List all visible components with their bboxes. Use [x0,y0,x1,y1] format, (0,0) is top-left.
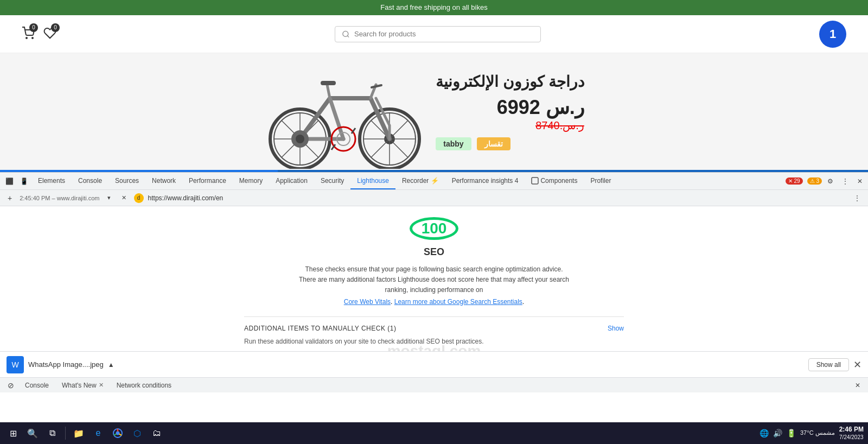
tab-security[interactable]: Security [314,173,350,189]
product-area: دراجة كوزون الإلكترونية ر.س 6992 ر.س.874… [0,53,868,170]
console-bar-toggle[interactable]: ⊘ [4,379,17,392]
svg-point-1 [32,37,33,39]
bike-image [251,55,436,169]
tab-console[interactable]: Console [72,173,108,189]
devtools-more2-btn[interactable]: ⋮ [851,192,864,204]
error-badge: ✕ 29 [786,177,803,185]
product-price-old-row: ر.س.8740 [436,119,584,132]
tab-application[interactable]: Application [269,173,314,189]
download-chevron[interactable]: ▲ [108,361,114,369]
taskbar: ⊞ 🔍 ⧉ 📁 e ⬡ 🗂 🌐 🔊 🔋 37°C مشمس 2:46 PM 7/… [0,422,868,444]
svg-line-3 [347,35,349,37]
svg-line-33 [114,434,116,436]
taksit-badge: تقسار [477,137,510,150]
devtools-more-btn[interactable]: ⋮ [839,175,852,187]
network-conditions-tab[interactable]: Network conditions [111,380,177,390]
taskbar-date: 7/24/2023 [839,434,864,441]
close-download-button[interactable]: ✕ [853,359,861,371]
search-input[interactable] [354,30,534,38]
search-taskbar-btn[interactable]: 🔍 [24,424,41,442]
devtools-cancel-btn[interactable]: ✕ [118,192,130,204]
taskbar-right: 🌐 🔊 🔋 37°C مشمس 2:46 PM 7/24/2023 [760,425,864,442]
header-logo: 1 [819,21,846,48]
product-price-old: ر.س.8740 [535,119,584,131]
devtools-tabs: Elements Console Sources Network Perform… [31,173,783,189]
tab-elements[interactable]: Elements [31,173,72,189]
search-icon [342,30,350,39]
tabby-badge: tabby [436,137,471,150]
svg-line-32 [119,434,122,436]
devtools-device-btn[interactable]: 📱 [17,175,31,187]
score-label: SEO [424,246,444,258]
svg-rect-28 [532,177,538,184]
link-google-essentials[interactable]: Learn more about Google Search Essential… [394,298,522,306]
whats-new-tab[interactable]: What's New ✕ [56,380,109,390]
whats-new-close[interactable]: ✕ [99,382,104,389]
link-core-web-vitals[interactable]: Core Web Vitals [344,298,391,306]
svg-line-18 [327,85,330,98]
components-icon [531,177,539,185]
taskbar-sep1 [65,427,66,440]
additional-section-title: ADDITIONAL ITEMS TO MANUALLY CHECK (1) [244,325,396,332]
taskbar-clock-display: 2:46 PM 7/24/2023 [839,425,864,442]
tab-memory[interactable]: Memory [233,173,269,189]
taskbar-time: 2:46 PM [839,425,864,434]
svg-point-2 [343,31,348,36]
devtools-panel: ⬛ 📱 Elements Console Sources Network Per… [0,172,868,392]
tab-lighthouse[interactable]: Lighthouse [350,173,395,189]
announcement-bar: Fast and free shipping on all bikes [0,0,868,15]
cart-icon-btn[interactable]: 0 [22,27,35,42]
tab-components[interactable]: Components [525,173,584,189]
tab-performance[interactable]: Performance [182,173,233,189]
header-left: 0 0 [22,27,56,42]
tab-recorder[interactable]: Recorder ⚡ [395,173,445,189]
console-bar-right: ✕ [852,379,864,391]
tab-sources[interactable]: Sources [108,173,145,189]
edge-btn[interactable]: e [90,424,107,442]
devtools-tabs-row: ⬛ 📱 Elements Console Sources Network Per… [0,173,868,190]
additional-audit-section: ADDITIONAL ITEMS TO MANUALLY CHECK (1) S… [244,316,624,353]
devtools-add-btn[interactable]: + [4,192,15,205]
devtools-settings-btn[interactable]: ⚙ [824,175,837,187]
network-icon: 🌐 [760,429,769,437]
devtools-inspect-btn[interactable]: ⬛ [2,175,17,187]
devtools-url: https://www.dirajiti.com/en [148,194,224,202]
taskbar-weather: 37°C مشمس [800,429,835,436]
wishlist-icon-btn[interactable]: 0 [43,27,56,42]
volume-icon: 🔊 [773,429,782,437]
show-all-button[interactable]: Show all [808,358,849,371]
shop-header: 0 0 1 [0,15,868,53]
warning-badge: ⚠ 3 [807,177,822,185]
additional-show-btn[interactable]: Show [608,325,624,332]
devtools-url-row: + 2:45:40 PM – www.dirajiti.com ▾ ✕ d ht… [0,190,868,206]
console-tab[interactable]: Console [20,380,54,390]
svg-point-0 [26,37,27,39]
devtools-right-icons: ✕ 29 ⚠ 3 ⚙ ⋮ ✕ [783,175,866,187]
chrome-icon [113,428,123,438]
devtools-domain-dropdown[interactable]: ▾ [104,192,114,204]
vscode-btn[interactable]: ⬡ [129,424,146,442]
download-bar: W WhatsApp Image....jpeg ▲ Show all ✕ [0,351,868,377]
start-btn[interactable]: ⊞ [4,424,22,442]
score-circle: 100 [410,217,458,240]
product-info: دراجة كوزون الإلكترونية ر.س 6992 ر.س.874… [436,73,617,150]
download-file-icon: W [7,356,24,373]
task-view-btn[interactable]: ⧉ [43,424,61,442]
svg-rect-19 [321,81,336,85]
cart-badge: 0 [29,23,38,32]
product-image [251,55,436,169]
svg-point-27 [296,135,304,143]
tab-profiler[interactable]: Profiler [584,173,617,189]
file-explorer-btn[interactable]: 📁 [70,424,87,442]
product-title: دراجة كوزون الإلكترونية [436,73,584,91]
devtools-close-btn[interactable]: ✕ [854,175,866,187]
folder-btn[interactable]: 🗂 [148,424,165,442]
announcement-text: Fast and free shipping on all bikes [380,3,487,11]
product-badges: تقسار tabby [436,137,584,150]
tab-performance-insights[interactable]: Performance insights 4 [445,173,525,189]
tab-network[interactable]: Network [145,173,182,189]
download-filename: WhatsApp Image....jpeg [28,360,104,369]
product-price-new: ر.س 6992 [497,96,584,118]
console-close-btn[interactable]: ✕ [852,379,864,391]
chrome-btn[interactable] [109,424,126,442]
